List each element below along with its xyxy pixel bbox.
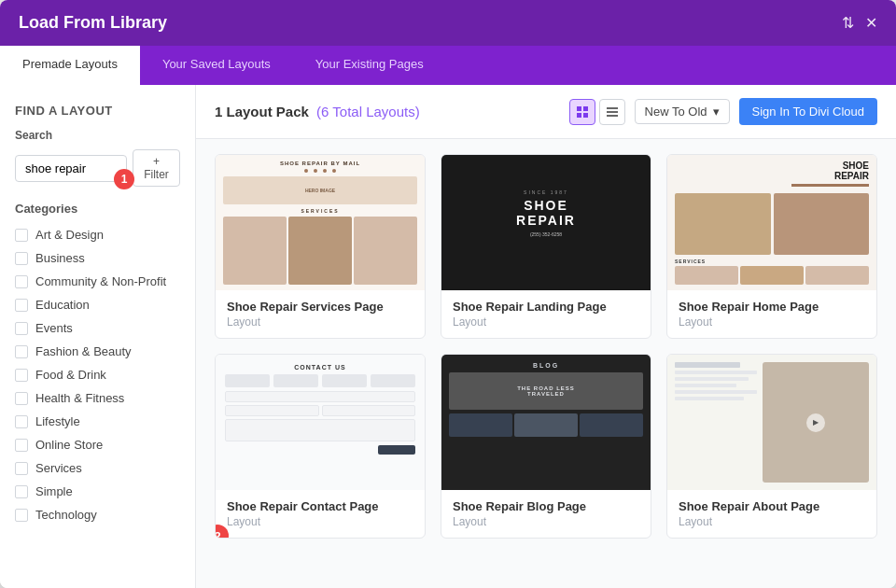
filter-button[interactable]: + Filter <box>133 149 180 187</box>
search-wrapper: 1 + Filter <box>15 149 180 187</box>
thumbnail-blog: BLOG THE ROAD LESSTRAVELED <box>441 355 651 490</box>
layout-card-contact[interactable]: 2 CONTACT US <box>215 354 426 539</box>
tabs-bar: Premade Layouts Your Saved Layouts Your … <box>0 46 896 85</box>
list-view-button[interactable] <box>599 99 625 125</box>
search-area: 1 <box>15 155 127 182</box>
layout-card-about[interactable]: ▶ Shoe Repair About Page Layout <box>666 354 877 539</box>
search-label: Search <box>15 129 180 142</box>
category-technology[interactable]: Technology <box>15 503 180 526</box>
category-checkbox-events[interactable] <box>15 322 28 335</box>
modal: Load From Library ⇅ ✕ Premade Layouts Yo… <box>0 0 896 588</box>
layout-pack-count: 1 Layout Pack <box>215 104 309 119</box>
category-checkbox-services[interactable] <box>15 462 28 475</box>
search-badge: 1 <box>114 169 134 189</box>
category-checkbox-lifestyle[interactable] <box>15 415 28 428</box>
category-checkbox-food[interactable] <box>15 369 28 382</box>
layouts-grid: Shoe Repair By Mail HERO IMAGE Services <box>196 139 896 588</box>
svg-rect-0 <box>577 106 581 111</box>
categories-label: Categories <box>15 202 180 216</box>
category-events[interactable]: Events <box>15 316 180 340</box>
layout-info-about: Shoe Repair About Page Layout <box>667 490 876 538</box>
category-checkbox-technology[interactable] <box>15 509 28 522</box>
category-checkbox-simple[interactable] <box>15 485 28 498</box>
layout-info-home: Shoe Repair Home Page Layout <box>667 290 876 338</box>
category-simple[interactable]: Simple <box>15 480 180 503</box>
svg-rect-1 <box>583 106 588 111</box>
tab-saved[interactable]: Your Saved Layouts <box>140 46 293 85</box>
thumbnail-home: SHOEREPAIR Services <box>667 155 876 290</box>
layout-type-services: Layout <box>227 315 413 329</box>
category-education[interactable]: Education <box>15 293 180 316</box>
content-toolbar: 1 Layout Pack (6 Total Layouts) New To O… <box>196 85 896 139</box>
category-online-store[interactable]: Online Store <box>15 433 180 456</box>
sign-in-cloud-button[interactable]: Sign In To Divi Cloud <box>739 98 877 125</box>
category-checkbox-online-store[interactable] <box>15 439 28 452</box>
layout-pack-info: 1 Layout Pack (6 Total Layouts) <box>215 104 420 119</box>
layout-type-blog: Layout <box>453 515 639 528</box>
sort-icon[interactable]: ⇅ <box>842 14 854 32</box>
category-business[interactable]: Business <box>15 246 180 270</box>
svg-rect-3 <box>583 113 588 118</box>
layout-info-services: Shoe Repair Services Page Layout <box>216 290 425 338</box>
category-services[interactable]: Services <box>15 456 180 480</box>
chevron-down-icon: ▾ <box>713 105 720 119</box>
svg-rect-6 <box>607 115 618 117</box>
grid-icon <box>577 106 588 118</box>
categories-list: Art & Design Business Community & Non-Pr… <box>15 223 180 526</box>
layout-card-services[interactable]: Shoe Repair By Mail HERO IMAGE Services <box>215 154 426 339</box>
layout-type-contact: Layout <box>227 515 413 528</box>
layout-name-about: Shoe Repair About Page <box>679 499 865 513</box>
category-community[interactable]: Community & Non-Profit <box>15 270 180 293</box>
layout-name-home: Shoe Repair Home Page <box>679 300 865 314</box>
thumbnail-landing: Since 1987 SHOEREPAIR (255) 352-6258 <box>441 155 651 290</box>
svg-rect-5 <box>607 111 618 113</box>
layout-card-home[interactable]: SHOEREPAIR Services <box>666 154 877 339</box>
layout-type-about: Layout <box>679 515 865 528</box>
category-checkbox-education[interactable] <box>15 299 28 312</box>
search-input[interactable] <box>15 155 127 182</box>
close-icon[interactable]: ✕ <box>865 14 877 32</box>
main-content: 1 Layout Pack (6 Total Layouts) New To O… <box>196 85 896 588</box>
layout-name-landing: Shoe Repair Landing Page <box>453 300 639 314</box>
modal-body: Find A Layout Search 1 + Filter Categori… <box>0 85 896 588</box>
thumbnail-services: Shoe Repair By Mail HERO IMAGE Services <box>216 155 425 290</box>
category-fashion[interactable]: Fashion & Beauty <box>15 340 180 363</box>
sort-dropdown[interactable]: New To Old ▾ <box>635 99 730 124</box>
category-checkbox-art[interactable] <box>15 229 28 242</box>
layout-type-landing: Layout <box>453 315 639 329</box>
layout-name-contact: Shoe Repair Contact Page <box>227 499 413 513</box>
layout-info-landing: Shoe Repair Landing Page Layout <box>441 290 651 338</box>
category-lifestyle[interactable]: Lifestyle <box>15 410 180 433</box>
total-layouts-count: (6 Total Layouts) <box>316 104 420 119</box>
layout-name-blog: Shoe Repair Blog Page <box>453 499 639 513</box>
layout-info-blog: Shoe Repair Blog Page Layout <box>441 490 651 538</box>
category-art[interactable]: Art & Design <box>15 223 180 246</box>
header-actions: ⇅ ✕ <box>842 14 877 32</box>
view-icons <box>569 99 625 125</box>
thumbnail-about: ▶ <box>667 355 876 490</box>
find-layout-title: Find A Layout <box>15 104 180 118</box>
layout-type-home: Layout <box>679 315 865 329</box>
layout-card-blog[interactable]: BLOG THE ROAD LESSTRAVELED <box>441 354 651 539</box>
modal-header: Load From Library ⇅ ✕ <box>0 0 896 46</box>
layout-card-landing[interactable]: Since 1987 SHOEREPAIR (255) 352-6258 Sho… <box>441 154 651 339</box>
sidebar: Find A Layout Search 1 + Filter Categori… <box>0 85 196 588</box>
svg-rect-2 <box>577 113 581 118</box>
modal-title: Load From Library <box>19 13 167 33</box>
grid-view-button[interactable] <box>569 99 595 125</box>
layout-name-services: Shoe Repair Services Page <box>227 300 413 314</box>
thumbnail-contact: CONTACT US <box>216 355 425 490</box>
tab-premade[interactable]: Premade Layouts <box>0 46 140 85</box>
category-checkbox-community[interactable] <box>15 275 28 288</box>
toolbar-right: New To Old ▾ Sign In To Divi Cloud <box>569 98 877 125</box>
category-checkbox-health[interactable] <box>15 392 28 405</box>
category-food[interactable]: Food & Drink <box>15 363 180 386</box>
list-icon <box>607 106 618 118</box>
layout-info-contact: Shoe Repair Contact Page Layout <box>216 490 425 538</box>
category-checkbox-business[interactable] <box>15 252 28 265</box>
svg-rect-4 <box>607 107 618 109</box>
category-checkbox-fashion[interactable] <box>15 345 28 358</box>
tab-existing[interactable]: Your Existing Pages <box>293 46 446 85</box>
category-health[interactable]: Health & Fitness <box>15 386 180 410</box>
